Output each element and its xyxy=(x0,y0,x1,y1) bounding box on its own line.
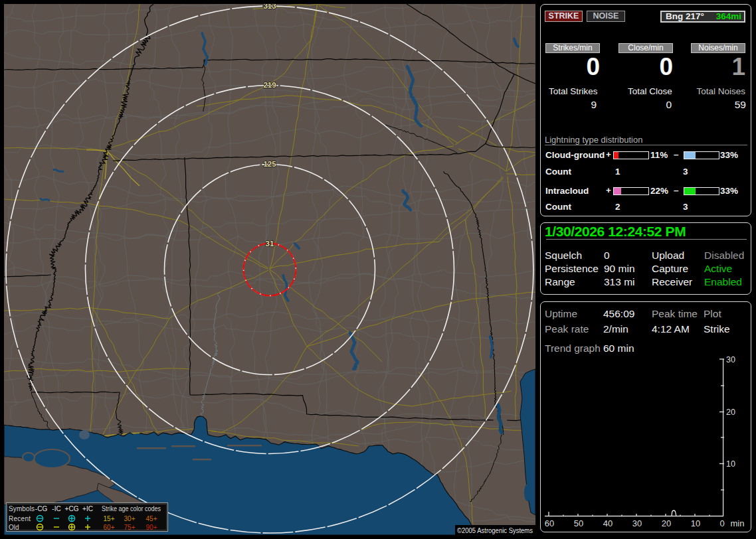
svg-text:-IC: -IC xyxy=(52,505,60,512)
svg-text:60: 60 xyxy=(545,518,554,528)
svg-text:Recent: Recent xyxy=(9,515,31,522)
svg-text:31: 31 xyxy=(266,240,274,248)
svg-text:-CG: -CG xyxy=(35,505,48,512)
svg-text:30+: 30+ xyxy=(124,515,136,522)
svg-text:20: 20 xyxy=(726,408,735,417)
svg-text:0: 0 xyxy=(719,518,724,528)
svg-text:40: 40 xyxy=(603,518,613,528)
svg-text:45+: 45+ xyxy=(146,515,157,522)
svg-text:75+: 75+ xyxy=(124,524,136,531)
svg-text:min: min xyxy=(731,518,745,528)
svg-text:10: 10 xyxy=(691,518,700,528)
svg-text:Old: Old xyxy=(9,524,19,531)
svg-text:30: 30 xyxy=(632,518,642,528)
svg-text:125: 125 xyxy=(263,160,276,168)
svg-text:313: 313 xyxy=(263,4,276,10)
svg-text:Symbols: Symbols xyxy=(9,505,35,512)
svg-text:30: 30 xyxy=(726,355,735,364)
svg-text:Strike age color codes: Strike age color codes xyxy=(102,505,161,512)
svg-text:20: 20 xyxy=(662,518,671,528)
svg-text:60+: 60+ xyxy=(104,524,115,531)
svg-text:+IC: +IC xyxy=(82,505,93,512)
svg-text:+CG: +CG xyxy=(65,505,79,512)
svg-text:15+: 15+ xyxy=(104,515,115,522)
svg-text:10: 10 xyxy=(726,459,735,469)
svg-text:50: 50 xyxy=(574,518,583,528)
svg-text:©2005 Astrogenic Systems: ©2005 Astrogenic Systems xyxy=(457,526,533,534)
svg-text:219: 219 xyxy=(263,81,276,89)
svg-text:90+: 90+ xyxy=(146,524,157,531)
